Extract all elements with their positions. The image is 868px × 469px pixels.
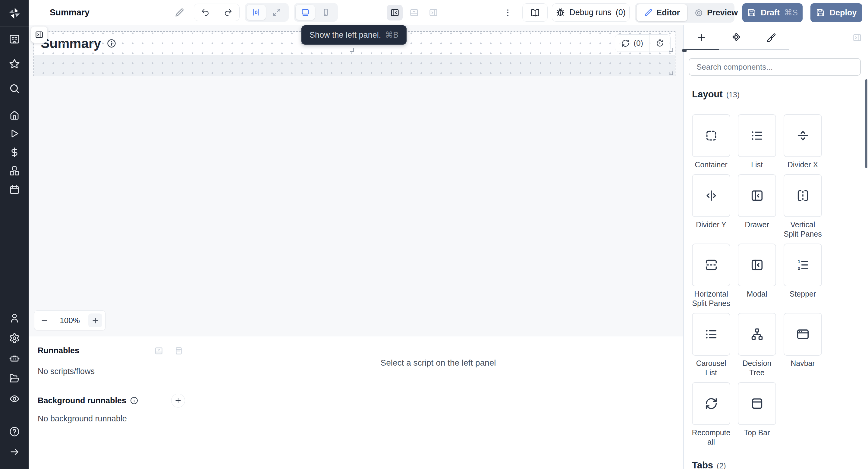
preview-label: Preview <box>707 8 738 18</box>
tab-styling[interactable] <box>754 25 789 50</box>
component-cell: Modal <box>738 244 776 308</box>
fullscreen-button[interactable] <box>267 5 286 20</box>
toggle-bottom-panel-button[interactable] <box>406 5 422 21</box>
app-canvas[interactable]: Summary (0) <box>29 25 683 336</box>
fit-width-icon <box>252 8 261 17</box>
tab-editor[interactable]: Editor <box>637 4 687 21</box>
component-card-stepper[interactable]: 12 <box>784 244 822 286</box>
deploy-button[interactable]: Deploy <box>810 3 862 22</box>
empty-grid-row[interactable] <box>34 55 675 76</box>
resize-handle[interactable] <box>350 48 354 52</box>
tab-insert-component[interactable] <box>684 25 719 50</box>
more-menu-button[interactable] <box>501 0 515 25</box>
component-card-navbar[interactable] <box>784 313 822 356</box>
minus-icon <box>40 316 49 324</box>
component-cell: Drawer <box>738 174 776 239</box>
sidebar-item-star[interactable] <box>0 52 29 76</box>
script-panel-placeholder: Select a script on the left panel <box>193 358 683 368</box>
editor-preview-toggle: Editor Preview <box>635 3 735 23</box>
docs-button[interactable] <box>522 3 548 22</box>
draft-shortcut: ⌘S <box>784 8 798 18</box>
zoom-in-button[interactable] <box>88 313 102 327</box>
debug-runs-button[interactable]: Debug runs (0) <box>552 3 629 22</box>
component-label: List <box>751 160 763 169</box>
refresh-app-button[interactable]: (0) <box>615 35 649 52</box>
carousel-list-icon <box>704 327 718 341</box>
component-card-modal[interactable] <box>738 244 776 286</box>
sidebar-item-settings[interactable] <box>0 328 29 348</box>
laptop-icon <box>301 8 310 17</box>
job-history-button[interactable] <box>649 35 670 52</box>
sidebar-item-workers[interactable] <box>0 348 29 368</box>
canvas-size-group <box>245 3 289 22</box>
add-background-runnable-button[interactable] <box>171 394 185 408</box>
scrollbar-thumb[interactable] <box>865 79 867 168</box>
component-card-horizontal-split-panes[interactable] <box>692 244 730 286</box>
fit-width-button[interactable] <box>247 5 266 20</box>
component-card-divider-y[interactable] <box>692 174 730 217</box>
zoom-out-button[interactable] <box>37 313 51 327</box>
sidebar-item-search[interactable] <box>0 76 29 101</box>
sidebar-item-folders[interactable] <box>0 368 29 388</box>
section-count: (13) <box>726 90 740 99</box>
work-area: Summary (0) <box>29 25 684 469</box>
info-icon[interactable] <box>107 39 116 48</box>
inactive-tab-underline <box>719 49 789 50</box>
tab-preview[interactable]: Preview <box>687 4 745 21</box>
edit-title-button[interactable] <box>172 0 187 25</box>
component-card-drawer[interactable] <box>738 174 776 217</box>
sidebar-item-resources[interactable] <box>0 162 29 180</box>
sidebar-item-help[interactable] <box>0 421 29 442</box>
sidebar-item-arrow-right[interactable] <box>0 442 29 462</box>
tab-components-settings[interactable] <box>719 25 754 50</box>
sidebar-item-user[interactable] <box>0 308 29 328</box>
sidebar <box>0 0 29 469</box>
sidebar-item-variables[interactable] <box>0 143 29 162</box>
component-card-divider-x[interactable] <box>784 114 822 157</box>
resize-handle[interactable] <box>670 71 673 75</box>
runnables-list-icon[interactable] <box>174 346 183 355</box>
panel-resize-handle[interactable] <box>682 49 687 52</box>
sidebar-item-home[interactable] <box>0 105 29 124</box>
component-label: Modal <box>747 289 767 299</box>
runnables-empty-text: No scripts/flows <box>38 367 185 376</box>
component-card-decision-tree[interactable] <box>738 313 776 356</box>
windmill-logo[interactable] <box>0 0 29 27</box>
component-card-carousel-list[interactable] <box>692 313 730 356</box>
component-search-input[interactable] <box>689 58 861 76</box>
sidebar-item-runs[interactable] <box>0 124 29 143</box>
component-card-list[interactable] <box>738 114 776 157</box>
component-card-recompute-all[interactable] <box>692 382 730 425</box>
sidebar-item-apps[interactable] <box>0 27 29 52</box>
sidebar-item-schedules[interactable] <box>0 180 29 199</box>
component-card-vertical-split-panes[interactable] <box>784 174 822 217</box>
editor-label: Editor <box>656 8 680 18</box>
component-card-container[interactable] <box>692 114 730 157</box>
redo-button[interactable] <box>217 4 240 21</box>
info-icon[interactable] <box>130 396 138 405</box>
draft-button[interactable]: Draft ⌘S <box>742 3 803 22</box>
book-open-icon <box>530 8 540 17</box>
container-icon <box>704 129 718 143</box>
collapse-panel-icon[interactable] <box>154 346 163 355</box>
toolbar: Summary Debug <box>29 0 868 25</box>
undo-button[interactable] <box>194 4 217 21</box>
mobile-view-button[interactable] <box>316 5 336 20</box>
schedules-icon <box>9 184 20 195</box>
component-card-top-bar[interactable] <box>738 382 776 425</box>
sidebar-group-bottom <box>0 308 29 469</box>
pencil-icon <box>175 8 184 18</box>
panel-toggles <box>387 0 441 25</box>
section-title: Tabs <box>692 460 713 469</box>
component-search-wrap <box>684 50 868 76</box>
component-label: Drawer <box>745 220 769 229</box>
toggle-right-panel-button[interactable] <box>426 5 441 21</box>
section-header: Layout(13) <box>692 89 862 100</box>
open-left-panel-button[interactable] <box>31 27 47 43</box>
sidebar-item-eye[interactable] <box>0 388 29 409</box>
toggle-left-panel-button[interactable] <box>387 5 403 21</box>
panel-right-icon[interactable] <box>852 33 862 42</box>
zoom-level: 100% <box>51 316 88 325</box>
refresh-group: (0) <box>615 34 671 52</box>
desktop-view-button[interactable] <box>296 5 315 20</box>
